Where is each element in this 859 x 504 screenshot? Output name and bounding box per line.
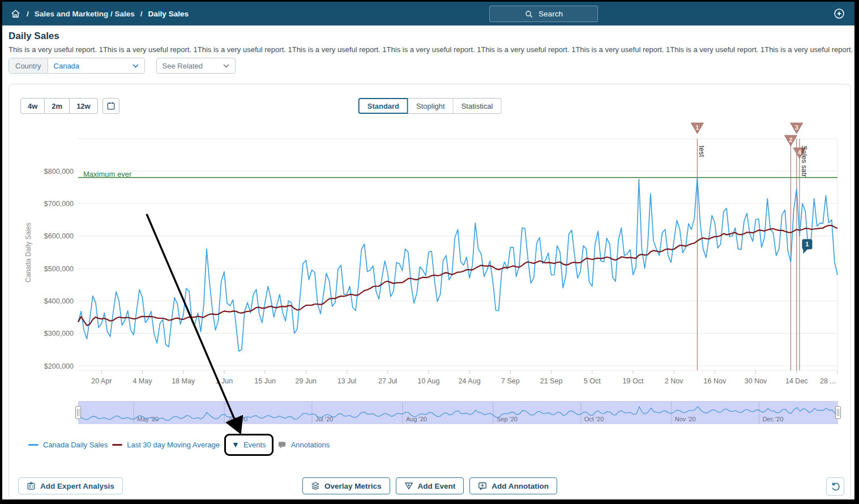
x-tick-label: 27 Jul <box>378 377 397 385</box>
legend-item-canada-daily-sales[interactable]: Canada Daily Sales <box>28 441 108 449</box>
tab-stoplight[interactable]: Stoplight <box>408 98 454 114</box>
x-tick-label: 4 May <box>133 377 152 385</box>
breadcrumb-separator: / <box>140 10 143 18</box>
x-tick-label: 18 May <box>172 377 195 385</box>
range-button-4w[interactable]: 4w <box>20 98 45 114</box>
legend-label: Canada Daily Sales <box>43 441 108 449</box>
annotation-number: 1 <box>805 241 809 247</box>
y-tick-label: $500,000 <box>44 265 74 273</box>
range-button-group: 4w2m12w <box>20 98 98 114</box>
daily-sales-page: / Sales and Marketing / Sales / Daily Sa… <box>0 0 859 504</box>
breadcrumb: / Sales and Marketing / Sales / Daily Sa… <box>27 10 189 18</box>
navigator-month-label: Oct '20 <box>584 416 604 422</box>
range-button-12w[interactable]: 12w <box>70 98 98 114</box>
x-tick-label: 1 Jun <box>216 377 233 385</box>
y-tick-label: $300,000 <box>44 330 74 338</box>
tab-statistical[interactable]: Statistical <box>454 98 502 114</box>
navigator-band[interactable] <box>78 402 838 424</box>
x-tick-label: 21 Sep <box>540 377 563 385</box>
navigator-month-label: Dec '20 <box>763 416 784 422</box>
country-filter: Country Canada <box>8 58 145 74</box>
chevron-down-icon <box>223 64 229 68</box>
add-annotation-button[interactable]: Add Annotation <box>469 477 557 494</box>
x-tick-label: 14 Dec <box>785 377 808 385</box>
navigator-handle-right[interactable] <box>836 407 841 419</box>
legend-label: Last 30 day Moving Average <box>127 441 220 449</box>
event-label: test <box>698 146 706 157</box>
country-value: Canada <box>54 62 80 70</box>
x-tick-label: 16 Nov <box>704 377 726 385</box>
search-icon <box>524 10 533 19</box>
y-tick-label: $600,000 <box>44 232 74 240</box>
overlay-metrics-label: Overlay Metrics <box>324 482 382 490</box>
navigator-month-label: May '20 <box>137 416 159 422</box>
breadcrumb-current: Daily Sales <box>148 10 189 18</box>
add-annotation-label: Add Annotation <box>492 482 549 490</box>
reset-icon <box>830 481 841 492</box>
x-tick-label: 13 Jul <box>337 377 356 385</box>
search-input[interactable]: Search <box>489 6 598 22</box>
y-tick-label: $700,000 <box>44 200 74 208</box>
x-tick-label: 5 Oct <box>584 377 601 385</box>
chart-footer: Add Expert Analysis Overlay Metrics Add … <box>9 477 851 496</box>
x-tick-label: 30 Nov <box>745 377 767 385</box>
discover-icon[interactable] <box>833 7 845 22</box>
event-marker-number: 2 <box>789 136 792 143</box>
x-tick-label: 19 Oct <box>623 377 644 385</box>
navigator-handle-left[interactable] <box>76 407 81 419</box>
y-tick-label: $200,000 <box>44 362 74 370</box>
tab-standard[interactable]: Standard <box>358 98 408 114</box>
add-event-button[interactable]: Add Event <box>396 477 464 494</box>
x-tick-label: 2 Nov <box>665 377 683 385</box>
event-marker-number: 3 <box>795 124 798 131</box>
page-description: This is a very useful report. 1This is a… <box>8 45 853 54</box>
chart-card: 4w2m12w StandardStoplightStatistical $20… <box>8 84 851 499</box>
calendar-button[interactable] <box>102 98 119 114</box>
breadcrumb-path[interactable]: Sales and Marketing / Sales <box>35 10 135 18</box>
x-tick-label: 28 ... <box>820 377 836 385</box>
x-tick-label: 20 Apr <box>91 377 112 385</box>
add-event-label: Add Event <box>418 482 456 490</box>
legend-item-last-30-day-moving-average[interactable]: Last 30 day Moving Average <box>112 441 220 449</box>
moving-average-line <box>78 225 837 326</box>
events-legend-highlight-box: ▼Events <box>224 434 273 456</box>
y-axis-title: Canada Daily Sales <box>24 223 32 282</box>
y-tick-label: $400,000 <box>44 297 74 305</box>
country-select[interactable]: Canada <box>48 58 144 73</box>
x-tick-label: 10 Aug <box>417 377 439 385</box>
event-label: Sales satr <box>800 146 808 177</box>
legend-label: Events <box>243 441 266 449</box>
see-related-filter: See Related <box>156 58 236 74</box>
see-related-select[interactable]: See Related <box>157 58 235 73</box>
breadcrumb-separator: / <box>27 10 29 18</box>
x-tick-label: 24 Aug <box>459 377 481 385</box>
legend-line-swatch <box>112 444 122 446</box>
reset-zoom-button[interactable] <box>826 477 844 496</box>
legend-item-events[interactable]: ▼Events <box>232 441 266 449</box>
filter-bar: Country Canada See Related <box>8 58 236 74</box>
layers-icon <box>311 481 320 490</box>
daily-sales-chart: $200,000$300,000$400,000$500,000$600,000… <box>12 118 845 397</box>
legend-label: Annotations <box>291 441 330 449</box>
annotation-marker-tail <box>803 249 807 254</box>
x-tick-label: 15 Jun <box>254 377 276 385</box>
range-button-2m[interactable]: 2m <box>45 98 70 114</box>
x-tick-label: 29 Jun <box>296 377 317 385</box>
top-navbar: / Sales and Marketing / Sales / Daily Sa… <box>2 2 854 25</box>
annotation-bubble-icon <box>478 481 487 490</box>
x-tick-label: 7 Sep <box>501 377 520 385</box>
legend-event-triangle-icon: ▼ <box>232 441 240 449</box>
home-icon[interactable] <box>10 8 21 19</box>
legend-item-annotations[interactable]: Annotations <box>278 441 330 449</box>
see-related-label: See Related <box>163 62 203 70</box>
chart-legend: Canada Daily SalesLast 30 day Moving Ave… <box>28 429 334 460</box>
chevron-down-icon <box>133 64 139 68</box>
event-triangle-icon <box>404 481 413 490</box>
chart-mode-tabs: StandardStoplightStatistical <box>358 98 502 114</box>
legend-annotation-icon <box>278 441 287 449</box>
navigator-month-label: Aug '20 <box>406 416 427 422</box>
legend-line-swatch <box>28 444 39 446</box>
overlay-metrics-button[interactable]: Overlay Metrics <box>302 477 390 494</box>
navigator-month-label: Nov '20 <box>675 416 696 422</box>
chart-navigator[interactable]: May '20Jun '20Jul '20Aug '20Sep '20Oct '… <box>9 399 852 426</box>
